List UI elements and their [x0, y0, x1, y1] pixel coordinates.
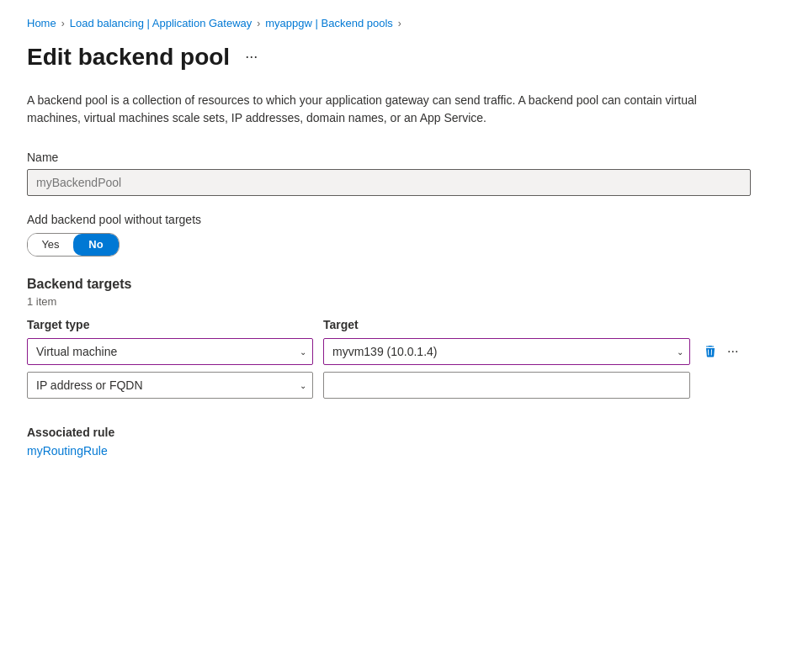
page-title: Edit backend pool	[27, 43, 230, 71]
table-row: Virtual machine IP address or FQDN VMSS …	[27, 372, 751, 399]
toggle-yes-option[interactable]: Yes	[28, 234, 73, 256]
ellipsis-row-icon-1: ···	[727, 344, 738, 359]
trash-icon	[704, 345, 717, 358]
breadcrumb-backend-pools[interactable]: myappgw | Backend pools	[265, 17, 393, 29]
backend-targets-title: Backend targets	[27, 277, 765, 292]
associated-rule-link[interactable]: myRoutingRule	[27, 444, 108, 458]
toggle-no-option[interactable]: No	[73, 234, 119, 256]
toggle-section: Add backend pool without targets Yes No	[27, 213, 765, 257]
breadcrumb: Home › Load balancing | Application Gate…	[27, 17, 765, 29]
toggle-control[interactable]: Yes No	[27, 233, 120, 257]
associated-rule-section: Associated rule myRoutingRule	[27, 426, 765, 458]
item-count: 1 item	[27, 295, 765, 308]
name-input[interactable]	[27, 169, 751, 196]
name-section: Name	[27, 151, 765, 196]
target-type-select-2[interactable]: Virtual machine IP address or FQDN VMSS …	[27, 372, 313, 399]
description-text: A backend pool is a collection of resour…	[27, 92, 751, 127]
more-options-button[interactable]: ···	[240, 45, 263, 69]
table-header-row: Target type Target	[27, 318, 751, 338]
name-label: Name	[27, 151, 765, 164]
table-row: Virtual machine IP address or FQDN VMSS …	[27, 338, 751, 365]
toggle-label: Add backend pool without targets	[27, 213, 765, 226]
associated-rule-title: Associated rule	[27, 426, 765, 439]
page-container: Home › Load balancing | Application Gate…	[0, 0, 792, 672]
target-input-2[interactable]	[323, 372, 690, 399]
target-type-select-1[interactable]: Virtual machine IP address or FQDN VMSS …	[27, 338, 313, 365]
page-title-row: Edit backend pool ···	[27, 43, 765, 71]
target-type-select-wrapper-1: Virtual machine IP address or FQDN VMSS …	[27, 338, 313, 365]
target-select-1[interactable]: myvm139 (10.0.1.4)	[323, 338, 690, 365]
breadcrumb-load-balancing[interactable]: Load balancing | Application Gateway	[70, 17, 252, 29]
breadcrumb-sep-1: ›	[61, 18, 65, 29]
delete-row-button-1[interactable]	[700, 341, 720, 362]
breadcrumb-sep-2: ›	[257, 18, 260, 29]
breadcrumb-sep-3: ›	[398, 18, 401, 29]
target-type-select-wrapper-2: Virtual machine IP address or FQDN VMSS …	[27, 372, 313, 399]
targets-table: Target type Target Virtual machine IP ad…	[27, 318, 751, 399]
target-select-wrapper-1: myvm139 (10.0.1.4) ⌄	[323, 338, 690, 365]
more-row-options-button-1[interactable]: ···	[724, 341, 742, 362]
backend-targets-section: Backend targets 1 item Target type Targe…	[27, 277, 765, 399]
breadcrumb-home[interactable]: Home	[27, 17, 56, 29]
col-header-target: Target	[323, 318, 359, 331]
row-actions-1: ···	[700, 341, 751, 362]
col-header-target-type: Target type	[27, 318, 89, 331]
